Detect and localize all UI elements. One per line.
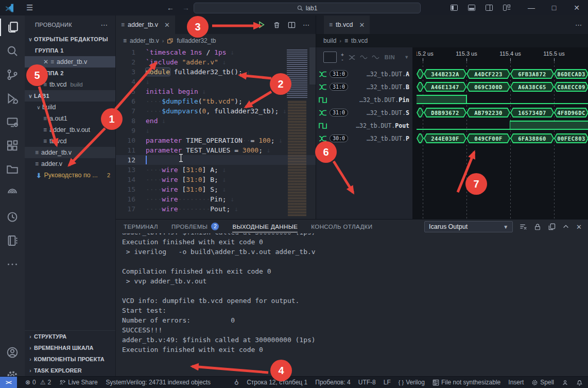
signal-row-s[interactable]: 31:0…32_tb.DUT.S [316, 106, 412, 119]
breadcrumb-symbol[interactable]: fulladder32_tb [177, 37, 216, 44]
notebook-icon[interactable] [0, 229, 25, 252]
tab-adder-tb-v[interactable]: ≡ adder_tb.v ✕ [116, 15, 175, 34]
tab-close-icon[interactable]: ✕ [164, 21, 170, 29]
editor-more-actions-icon[interactable]: ⋯ [303, 21, 309, 29]
sidebar-section-структура[interactable]: ›СТРУКТУРА [25, 331, 115, 342]
search-view-icon[interactable] [0, 39, 25, 63]
maximize-panel-icon[interactable] [562, 223, 569, 230]
tree-item--2[interactable]: ГРУППА 2 [25, 68, 115, 79]
signal-row-a[interactable]: 31:0…32_tb.DUT.A [316, 68, 412, 80]
tab-tb-vcd[interactable]: ≡ tb.vcd ✕ [324, 15, 370, 34]
sidebar-section-компоненты-проекта[interactable]: ›КОМПОНЕНТЫ ПРОЕКТА [25, 353, 115, 365]
row-height-stepper[interactable]: +- [341, 53, 344, 62]
tree-item-build[interactable]: ∨build [25, 102, 115, 113]
account-icon[interactable] [0, 341, 25, 364]
tree-item-lab1[interactable]: ∨LAB1 [25, 90, 115, 102]
notifications-bell-icon[interactable] [576, 379, 583, 386]
source-control-icon[interactable] [0, 63, 25, 87]
open-in-editor-icon[interactable] [548, 223, 556, 231]
terminal-output[interactable]: SUCCESS!!!adder_tb.v:49: $finish called … [122, 217, 316, 355]
breadcrumb-file[interactable]: adder_tb.v [130, 37, 159, 44]
minimize-button[interactable]: — [520, 0, 543, 15]
tree-item--[interactable]: ∨ОТКРЫТЫЕ РЕДАКТОРЫ [25, 33, 115, 45]
toggle-panel-icon[interactable] [468, 4, 476, 12]
more-views-icon[interactable] [0, 252, 25, 276]
live-share-status[interactable]: Live Share [59, 379, 97, 386]
panel-tab-консоль-отладки[interactable]: КОНСОЛЬ ОТЛАДКИ [311, 220, 372, 233]
editor-scrollbar[interactable] [309, 47, 316, 85]
indentation-status[interactable]: Пробелов: 4 [315, 379, 351, 386]
tree-item-adder_tb.v[interactable]: ✕≡adder_tb.v [25, 56, 115, 68]
synthesizable-status[interactable]: File not synthesizable [433, 379, 500, 386]
maximize-button[interactable]: □ [543, 0, 565, 15]
command-center-search[interactable]: lab1 [194, 3, 421, 13]
language-mode-status[interactable]: { } Verilog [399, 379, 425, 386]
panel-tab-терминал[interactable]: ТЕРМИНАЛ [124, 220, 158, 233]
remote-indicator[interactable]: >< [0, 377, 17, 388]
panel-tab-проблемы[interactable]: ПРОБЛЕМЫ2 [171, 220, 219, 233]
signal-row-pout[interactable]: …32_tb.DUT.Pout [316, 119, 412, 132]
run-button[interactable] [257, 21, 266, 29]
signal-spiral-icon[interactable] [0, 181, 25, 205]
eol-status[interactable]: LF [384, 379, 391, 386]
breadcrumb[interactable]: build › ≡ tb.vcd [316, 34, 588, 47]
panel-tab-выходные-данные[interactable]: ВЫХОДНЫЕ ДАННЫЕ [232, 220, 298, 233]
tab-close-icon[interactable]: ✕ [359, 21, 365, 29]
port-icon[interactable]: ⚲ [234, 379, 239, 386]
close-panel-icon[interactable]: ✕ [576, 223, 582, 231]
extensions-icon[interactable] [0, 134, 25, 158]
remote-explorer-icon[interactable] [0, 110, 25, 134]
tree-item-adder.v[interactable]: ≡adder.v [25, 158, 115, 170]
tree-item--1[interactable]: ГРУППА 1 [25, 45, 115, 56]
signal-row-b[interactable]: 31:0…32_tb.DUT.B [316, 80, 412, 93]
back-arrow-icon[interactable]: ← [167, 4, 174, 12]
tree-item--...[interactable]: ⬇Руководство по ...2 [25, 170, 115, 181]
output-channel-select[interactable]: Icarus Output ▼ [424, 221, 513, 232]
editor-more-actions-icon[interactable]: ⋯ [575, 21, 582, 29]
tree-item-tb.vcd[interactable]: ≡tb.vcdbuild [25, 79, 115, 90]
split-editor-icon[interactable] [288, 21, 296, 29]
toggle-sidebar-icon[interactable] [450, 4, 458, 12]
folder-view-icon[interactable] [0, 158, 25, 181]
bus-format-icon[interactable] [348, 54, 356, 61]
feedback-icon[interactable] [562, 379, 568, 386]
close-button[interactable]: ✕ [565, 0, 588, 15]
color-swatch[interactable] [323, 52, 337, 63]
trash-icon[interactable] [273, 21, 281, 29]
forward-arrow-icon[interactable]: → [182, 4, 189, 12]
language-indexing-status[interactable]: SystemVerilog: 24731 indexed objects [106, 379, 211, 386]
spell-status[interactable]: Spell [531, 379, 554, 386]
signal-row-p[interactable]: 30:0…32_tb.DUT.P [316, 132, 412, 145]
toggle-secondary-sidebar-icon[interactable] [485, 4, 493, 12]
chevron-down-icon[interactable]: ▼ [404, 55, 409, 60]
analog-wave-icon[interactable] [360, 54, 368, 60]
breadcrumb-file[interactable]: tb.vcd [351, 37, 368, 44]
insert-mode-status[interactable]: Insert [508, 379, 524, 386]
problems-status[interactable]: ⊗ 0 ⚠ 2 [25, 379, 51, 386]
breadcrumb-folder[interactable]: build [323, 37, 336, 44]
tree-item-a.out1[interactable]: ≡a.out1 [25, 113, 115, 124]
timeline-clock-icon[interactable] [0, 205, 25, 229]
explorer-icon[interactable] [0, 15, 25, 39]
cursor-position-status[interactable]: Строка 12, столбец 1 [247, 379, 307, 386]
code-area[interactable]: 1234567891011121314151617 `timescale 1ns… [116, 47, 316, 219]
lock-icon[interactable] [534, 223, 541, 231]
analog-wave-icon-2[interactable] [372, 54, 379, 60]
sidebar-more-icon[interactable]: ⋯ [101, 21, 108, 29]
signal-row-pin[interactable]: …32_tb.DUT.Pin [316, 93, 412, 106]
run-debug-icon[interactable] [0, 87, 25, 110]
radix-dropdown[interactable]: BIN [385, 54, 395, 60]
tree-item-adder_tb.v[interactable]: ≡adder_tb.v [25, 147, 115, 158]
sidebar-section-task-explorer[interactable]: ›TASK EXPLORER [25, 365, 115, 376]
minimap[interactable] [287, 48, 309, 216]
tree-item-adder_tb.v.out[interactable]: ≡adder_tb.v.out [25, 124, 115, 136]
clear-output-icon[interactable] [520, 223, 527, 231]
customize-layout-icon[interactable] [503, 4, 511, 12]
breadcrumb[interactable]: ≡ adder_tb.v › fulladder32_tb [116, 34, 316, 47]
encoding-status[interactable]: UTF-8 [358, 379, 376, 386]
waveform-canvas[interactable]: 115.2 us115.3 us115.4 us115.5 us344B232A… [417, 47, 588, 219]
sidebar-section-временная-шкала[interactable]: ›ВРЕМЕННАЯ ШКАЛА [25, 342, 115, 353]
close-editor-icon[interactable]: ✕ [43, 58, 48, 65]
menu-icon[interactable]: ☰ [26, 3, 33, 12]
tree-item-tb.vcd[interactable]: ≡tb.vcd [25, 136, 115, 147]
